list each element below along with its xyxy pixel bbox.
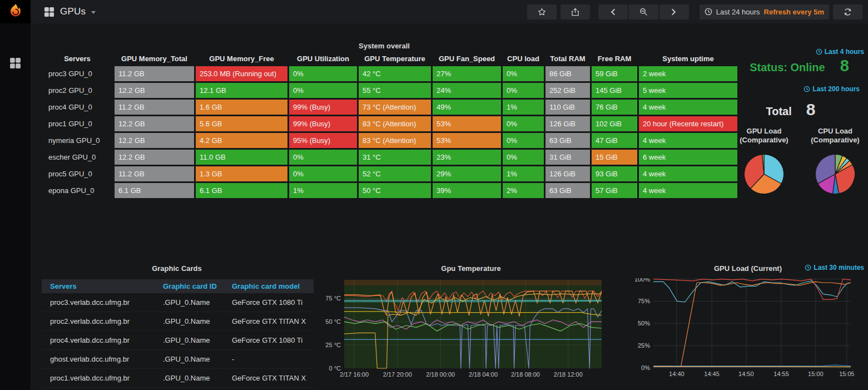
- table-cell: .GPU_0.Name: [163, 355, 231, 363]
- gpu-load-pie-chart[interactable]: [743, 154, 785, 195]
- table-cell: GeForce GTX 1080 Ti: [231, 298, 314, 307]
- svg-text:14:40: 14:40: [669, 371, 685, 377]
- column-header: System uptime: [639, 55, 737, 65]
- table-cell: 0%: [503, 150, 544, 165]
- table-cell: 4 week: [639, 166, 737, 181]
- table-cell: 86 GiB: [545, 66, 590, 81]
- table-cell: 20 hour (Recente restart): [639, 116, 737, 131]
- total-count: 8: [806, 100, 816, 119]
- server-label: nymeria GPU_0: [42, 133, 113, 148]
- panel-title-graphic-cards[interactable]: Graphic Cards: [93, 264, 260, 273]
- panel-title-gpu-temperature[interactable]: Gpu Temperature: [401, 264, 540, 273]
- table-cell: 145 GiB: [592, 83, 637, 98]
- total-label: Total: [766, 105, 792, 118]
- star-icon: [538, 8, 546, 16]
- table-cell: .GPU_0.Name: [163, 298, 231, 307]
- table-cell: 95% (Busy): [289, 133, 357, 148]
- table-cell: 4 week: [639, 100, 737, 115]
- table-cell: 6 week: [639, 150, 737, 165]
- grafana-flame-icon: [7, 3, 24, 21]
- table-cell: proc1.verlab.dcc.ufmg.br: [42, 374, 163, 382]
- share-button[interactable]: [561, 4, 590, 19]
- status-time-range-label: Last 4 hours: [825, 48, 864, 56]
- total-time-range-link[interactable]: Last 200 hours: [803, 85, 860, 93]
- table-row: ghost.verlab.dcc.ufmg.br.GPU_0.Name-: [42, 350, 314, 369]
- table-cell: 0%: [289, 83, 357, 98]
- grafana-logo[interactable]: [0, 0, 31, 23]
- panel-title-cpu-load-comparative[interactable]: CPU Load(Comparative): [811, 127, 859, 145]
- dashboards-icon[interactable]: [9, 57, 21, 69]
- table-cell: 11.2 GB: [115, 100, 194, 115]
- table-cell: GeForce GTX 1080 Ti: [231, 336, 314, 344]
- panel-title-system-overall[interactable]: System overall: [311, 42, 457, 50]
- time-picker-button[interactable]: Last 24 hours Refresh every 5m: [700, 4, 829, 19]
- column-header: Free RAM: [592, 55, 637, 65]
- server-label: proc3 GPU_0: [42, 66, 113, 81]
- zoom-out-icon: [639, 8, 648, 16]
- system-overall-table: ServersGPU Memory_TotalGPU Memory_FreeGP…: [42, 55, 737, 198]
- svg-text:2/18 00:00: 2/18 00:00: [426, 371, 455, 378]
- gpu-load-time-range-label: Last 30 minutes: [814, 264, 864, 271]
- table-cell: 15 GiB: [592, 150, 637, 165]
- column-header: Total RAM: [545, 55, 590, 65]
- svg-text:2/17 16:00: 2/17 16:00: [340, 371, 369, 378]
- time-forward-button[interactable]: [659, 4, 689, 19]
- star-button[interactable]: [527, 4, 557, 19]
- dashboard-picker-icon[interactable]: [44, 7, 54, 17]
- table-cell: 5.6 GB: [196, 116, 287, 131]
- svg-text:75%: 75%: [638, 298, 650, 304]
- panel-title-gpu-load-comparative[interactable]: GPU Load(Comparative): [740, 127, 788, 145]
- time-back-button[interactable]: [598, 4, 628, 19]
- table-cell: .GPU_0.Name: [163, 374, 231, 382]
- gpu-load-comparative-panel: GPU Load(Comparative): [733, 127, 795, 195]
- table-cell: 63 GiB: [545, 133, 590, 148]
- table-cell: 42 °C: [359, 66, 431, 81]
- table-cell: 11.0 GB: [196, 150, 287, 165]
- cpu-load-comparative-panel: CPU Load(Comparative): [804, 127, 866, 195]
- table-cell: 12.2 GB: [115, 83, 194, 98]
- table-cell: GeForce GTX TITAN X: [231, 317, 314, 325]
- table-cell: 1%: [503, 100, 544, 115]
- column-header[interactable]: Graphic card model: [231, 282, 314, 290]
- table-cell: 53%: [433, 116, 501, 131]
- table-cell: 47 GiB: [592, 133, 637, 148]
- status-time-range-link[interactable]: Last 4 hours: [816, 48, 864, 56]
- table-cell: 2 week: [639, 66, 737, 81]
- table-cell: 1.6 GB: [196, 100, 287, 115]
- table-cell: 55 °C: [359, 83, 431, 98]
- table-header-row: ServersGraphic card IDGraphic card model: [42, 279, 314, 293]
- table-cell: 11.2 GB: [115, 66, 194, 81]
- table-cell: GeForce GTX TITAN X: [231, 374, 314, 382]
- table-cell: 6.1 GB: [115, 183, 194, 198]
- table-cell: 99% (Busy): [289, 100, 357, 115]
- graphic-cards-table: ServersGraphic card IDGraphic card model…: [42, 279, 314, 388]
- panel-title-gpu-load-current[interactable]: GPU Load (Current): [678, 264, 817, 273]
- chevron-left-icon: [610, 8, 616, 16]
- column-header[interactable]: Graphic card ID: [163, 282, 231, 290]
- table-cell: 0%: [289, 150, 357, 165]
- gpu-load-time-range-link[interactable]: Last 30 minutes: [805, 264, 864, 271]
- svg-text:2/18 12:00: 2/18 12:00: [554, 371, 583, 378]
- table-cell: proc2.verlab.dcc.ufmg.br: [42, 317, 163, 325]
- clock-icon: [805, 264, 811, 271]
- table-cell: 76 GiB: [592, 100, 637, 115]
- table-cell: 12.2 GB: [115, 150, 194, 165]
- refresh-button[interactable]: [833, 4, 862, 19]
- table-cell: 0%: [503, 66, 544, 81]
- sidebar: [0, 0, 31, 390]
- table-cell: 1.3 GB: [196, 166, 287, 181]
- column-header[interactable]: Servers: [42, 282, 163, 290]
- svg-text:100%: 100%: [634, 278, 650, 283]
- table-cell: 6.1 GB: [196, 183, 287, 198]
- cpu-load-pie-chart[interactable]: [815, 154, 856, 195]
- chevron-down-icon[interactable]: [91, 11, 96, 14]
- gpu-load-current-chart[interactable]: 0%25%50%75%100%14:4014:4514:5014:5515:00…: [628, 278, 854, 380]
- clock-icon: [816, 48, 822, 55]
- gpu-temperature-chart[interactable]: 0 °C25 °C50 °C75 °C2/17 16:002/17 20:002…: [323, 280, 605, 379]
- zoom-out-button[interactable]: [629, 4, 658, 19]
- dashboard-title[interactable]: GPUs: [60, 6, 86, 17]
- refresh-interval-label: Refresh every 5m: [764, 8, 824, 16]
- table-cell: 0%: [503, 83, 544, 98]
- svg-text:0 °C: 0 °C: [329, 365, 341, 372]
- column-header: Servers: [42, 55, 113, 65]
